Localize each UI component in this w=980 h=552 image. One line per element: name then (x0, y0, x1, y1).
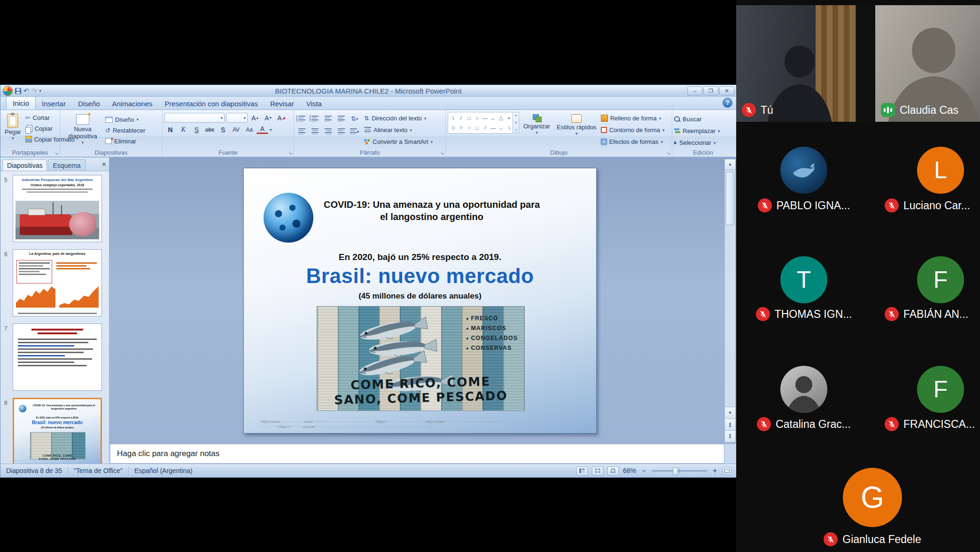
scroll-up-icon[interactable]: ▲ (725, 159, 735, 170)
shrink-font-button[interactable]: A▾ (262, 113, 274, 123)
paste-button[interactable]: Pegar ▾ (2, 112, 23, 149)
shape-slash-icon[interactable]: / (484, 125, 486, 131)
align-text-button[interactable]: Alinear texto▾ (364, 125, 433, 135)
line-spacing-button[interactable]: ⇅▾ (349, 114, 360, 124)
slide-thumbnail-8-selected[interactable]: COVID-19: Una amenaza y una oportunidad … (13, 398, 102, 464)
vertical-scrollbar[interactable]: ▲ ▼ ▲▲ ▼▼ (724, 159, 736, 442)
arrange-button[interactable]: Organizar ▾ (521, 112, 552, 149)
slide-thumbnail-5[interactable]: Industrias Pesqueras del Mar Argentino O… (13, 175, 102, 242)
shape-line2-icon[interactable]: / (460, 115, 462, 121)
select-button[interactable]: Seleccionar▾ (674, 138, 732, 148)
shape-outline-button[interactable]: Contorno de forma▾ (601, 125, 665, 135)
clipboard-dialog-launcher-icon[interactable]: ↘ (54, 151, 58, 156)
increase-indent-button[interactable] (335, 114, 347, 124)
slide-sorter-view-button[interactable] (592, 466, 603, 475)
scrollbar-thumb[interactable] (726, 172, 734, 225)
shapes-gallery-scroll[interactable]: ▴▾▿ (513, 112, 519, 133)
tab-revisar[interactable]: Revisar (264, 97, 300, 110)
zoom-slider[interactable] (652, 470, 707, 472)
zoom-in-button[interactable]: + (711, 467, 718, 474)
language-indicator[interactable]: Español (Argentina) (129, 467, 198, 474)
qat-dropdown-icon[interactable]: ▾ (39, 88, 41, 93)
tab-insertar[interactable]: Insertar (36, 97, 72, 110)
next-slide-button[interactable]: ▼▼ (725, 430, 735, 442)
new-slide-button[interactable]: Nueva diapositiva ▾ (62, 112, 103, 149)
quick-styles-button[interactable]: Estilos rápidos ▾ (554, 112, 599, 149)
font-size-combobox[interactable]: ▾ (226, 113, 248, 123)
shape-diamond-icon[interactable]: ◇ (451, 125, 455, 131)
text-direction-button[interactable]: ⇅Dirección del texto▾ (364, 113, 433, 123)
strikethrough-button[interactable]: abc (204, 125, 216, 134)
zoom-level[interactable]: 68% (623, 467, 636, 474)
shape-arrow2-icon[interactable]: ↔ (498, 125, 504, 131)
shape-circle2-icon[interactable]: ○ (467, 125, 471, 131)
bullets-button[interactable] (296, 114, 308, 124)
character-spacing-button[interactable]: AV (230, 125, 242, 134)
shape-square2-icon[interactable]: □ (475, 125, 479, 131)
restore-button[interactable]: ❐ (703, 87, 718, 95)
align-right-button[interactable] (322, 126, 334, 136)
tab-animaciones[interactable]: Animaciones (106, 97, 159, 110)
columns-button[interactable]: ▾ (349, 126, 360, 136)
shape-arrow-icon[interactable]: ↔ (490, 115, 496, 121)
slideshow-view-button[interactable] (607, 466, 619, 475)
slide-thumbnail-6[interactable]: La Argentina, país de langostinos (13, 249, 102, 316)
normal-view-button[interactable] (576, 466, 588, 475)
decrease-indent-button[interactable] (322, 114, 334, 124)
tab-presentacion[interactable]: Presentación con diapositivas (158, 97, 264, 110)
shape-plus-icon[interactable]: + (507, 115, 510, 121)
find-button[interactable]: Buscar (674, 114, 732, 124)
zoom-slider-thumb[interactable] (673, 467, 678, 475)
save-icon[interactable] (15, 88, 21, 94)
font-dialog-launcher-icon[interactable]: ↘ (288, 151, 292, 156)
fit-to-window-button[interactable] (723, 467, 731, 475)
self-video-tile[interactable]: Tú (736, 5, 874, 122)
italic-button[interactable]: K (178, 125, 189, 134)
shape-dash2-icon[interactable]: — (490, 125, 496, 131)
shape-line-icon[interactable]: \ (452, 115, 454, 121)
speaker-video-tile[interactable]: Claudia Cas (875, 5, 980, 122)
shapes-gallery[interactable]: \ / □ ○ — ↔ △ + ◇ ☆ ○ □ / (448, 112, 519, 134)
font-name-combobox[interactable]: ▾ (164, 113, 225, 123)
pane-close-icon[interactable]: ✕ (101, 161, 107, 168)
shape-fill-button[interactable]: Relleno de forma▾ (601, 113, 665, 123)
shape-star-icon[interactable]: ☆ (459, 125, 464, 131)
slide-thumbnail-7[interactable] (13, 323, 102, 391)
replace-button[interactable]: Reemplazar▾ (674, 126, 732, 136)
text-shadow-button[interactable]: S (217, 125, 229, 134)
shape-rect-icon[interactable]: □ (467, 115, 471, 121)
align-left-button[interactable] (296, 126, 308, 136)
zoom-out-button[interactable]: – (640, 467, 647, 474)
office-button[interactable] (3, 86, 13, 96)
notes-pane[interactable]: Haga clic para agregar notas (110, 444, 724, 464)
drawing-dialog-launcher-icon[interactable]: ↘ (667, 151, 670, 156)
slide-canvas[interactable]: COVID-19: Una amenaza y una oportunidad … (243, 168, 597, 434)
shape-effects-button[interactable]: Efectos de formas▾ (601, 137, 665, 147)
undo-icon[interactable]: ↶ (23, 87, 29, 94)
shape-triangle-icon[interactable]: △ (499, 115, 503, 121)
shape-dash-icon[interactable]: — (482, 115, 488, 121)
reset-button[interactable]: ↺Restablecer (105, 126, 145, 135)
numbering-button[interactable] (309, 114, 321, 124)
layout-button[interactable]: Diseño▾ (105, 115, 145, 124)
tab-vista[interactable]: Vista (300, 97, 328, 110)
notes-placeholder[interactable]: Haga clic para agregar notas (110, 444, 724, 458)
convert-smartart-button[interactable]: Convertir a SmartArt▾ (364, 137, 433, 147)
slide-editing-area[interactable]: COVID-19: Una amenaza y una oportunidad … (109, 158, 736, 444)
previous-slide-button[interactable]: ▲▲ (725, 418, 735, 430)
tab-esquema[interactable]: Esquema (48, 159, 85, 171)
shape-oval-icon[interactable]: ○ (475, 115, 479, 121)
font-color-button[interactable]: A (257, 126, 268, 134)
align-center-button[interactable] (309, 126, 321, 136)
title-bar[interactable]: ↶ ↷ ▾ BIOTECNOLOGIA MARINA CHILE2 - Micr… (0, 85, 736, 97)
redo-icon[interactable]: ↷ (31, 87, 37, 94)
paragraph-dialog-launcher-icon[interactable]: ↘ (440, 151, 444, 156)
change-case-button[interactable]: Aa (243, 125, 255, 134)
delete-slide-button[interactable]: Eliminar (105, 136, 145, 146)
tab-diseno[interactable]: Diseño (72, 97, 106, 110)
underline-button[interactable]: S (191, 125, 202, 134)
clear-formatting-button[interactable]: A◢ (275, 113, 287, 123)
close-button[interactable]: ✕ (719, 87, 734, 95)
justify-button[interactable] (335, 126, 347, 136)
bold-button[interactable]: N (164, 125, 176, 134)
